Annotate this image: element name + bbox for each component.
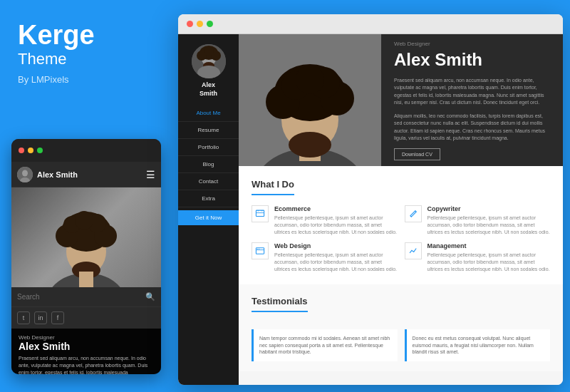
mobile-preview: Alex Smith ☰ 🔍 t in f	[11, 139, 161, 374]
service-webdesign-desc: Pellentesque pellentesque, ipsum sit ame…	[274, 252, 398, 272]
svg-point-35	[259, 249, 259, 249]
site-main-content: Web Designer Alex Smith Praesent sed ali…	[239, 34, 563, 385]
search-icon: 🔍	[145, 292, 155, 301]
site-sidebar: AlexSmith About Me Resume Portfolio Blog…	[178, 34, 239, 385]
download-cv-button[interactable]: Download CV	[394, 148, 440, 160]
hero-name: Alex Smith	[394, 50, 550, 70]
svg-point-18	[204, 46, 214, 56]
service-management-name: Management	[428, 242, 551, 249]
ecommerce-icon	[252, 205, 269, 222]
service-copywriter-content: Copywriter Pellentesque pellentesque, ip…	[428, 205, 551, 235]
site-layout: AlexSmith About Me Resume Portfolio Blog…	[178, 34, 563, 385]
person-illustration	[11, 187, 161, 287]
service-copywriter-desc: Pellentesque pellentesque, ipsum sit ame…	[428, 215, 551, 235]
testimonials-section: Testimonials Nam tempor commodo mi id so…	[239, 284, 563, 371]
desktop-mockup: AlexSmith About Me Resume Portfolio Blog…	[178, 14, 563, 385]
service-ecommerce-desc: Pellentesque pellentesque, ipsum sit ame…	[274, 215, 398, 235]
service-webdesign-content: Web Design Pellentesque pellentesque, ip…	[274, 242, 398, 272]
brand-by: By LMPixels	[18, 74, 159, 85]
hero-section: Web Designer Alex Smith Praesent sed ali…	[239, 34, 563, 166]
service-ecommerce-content: Ecommerce Pellentesque pellentesque, ips…	[274, 205, 398, 235]
mobile-description: Praesent sed aliquam arcu, non accumsan …	[19, 355, 154, 374]
service-copywriter: Copywriter Pellentesque pellentesque, ip…	[405, 205, 551, 235]
twitter-icon[interactable]: t	[17, 311, 30, 324]
mobile-social-bar: t in f	[11, 307, 161, 329]
hero-role: Web Designer	[394, 41, 550, 47]
testimonials-title: Testimonials	[252, 296, 308, 312]
sidebar-avatar	[192, 44, 226, 78]
service-ecommerce: Ecommerce Pellentesque pellentesque, ips…	[252, 205, 398, 235]
mobile-person-name: Alex Smith	[19, 341, 154, 352]
sidebar-item-extra[interactable]: Extra	[178, 190, 239, 207]
svg-rect-12	[79, 272, 93, 287]
service-management: Management Pellentesque pellentesque, ip…	[405, 242, 551, 272]
testimonial-1-text: Nam tempor commodo mi id sodales. Aenean…	[259, 335, 392, 356]
sidebar-item-portfolio[interactable]: Portfolio	[178, 139, 239, 156]
browser-bar	[178, 14, 563, 34]
mobile-bottom-info: Web Designer Alex Smith Praesent sed ali…	[11, 329, 161, 374]
hero-description-2: Aliquam mollis, leo nec commodo facilisi…	[394, 113, 550, 143]
sidebar-name: AlexSmith	[200, 81, 217, 98]
dot-red	[19, 148, 24, 153]
mobile-search-bar: 🔍	[11, 287, 161, 307]
mobile-nav-name: Alex Smith	[37, 170, 146, 179]
sidebar-item-blog[interactable]: Blog	[178, 156, 239, 173]
sidebar-item-resume[interactable]: Resume	[178, 122, 239, 139]
testimonial-2-text: Donec eu est metus consequat volutpat. N…	[413, 335, 545, 356]
brand-subtitle: Theme	[18, 50, 159, 68]
testimonial-2: Donec eu est metus consequat volutpat. N…	[405, 329, 551, 361]
svg-point-10	[75, 211, 93, 229]
service-webdesign: Web Design Pellentesque pellentesque, ip…	[252, 242, 398, 272]
facebook-icon[interactable]: f	[51, 311, 64, 324]
dot-yellow	[28, 148, 33, 153]
browser-dot-yellow	[197, 21, 203, 27]
service-management-content: Management Pellentesque pellentesque, ip…	[428, 242, 551, 272]
service-copywriter-name: Copywriter	[428, 205, 551, 212]
testimonial-1: Nam tempor commodo mi id sodales. Aenean…	[252, 329, 398, 361]
sidebar-item-about[interactable]: About Me	[178, 105, 239, 122]
service-management-desc: Pellentesque pellentesque, ipsum sit ame…	[428, 252, 551, 272]
mobile-browser-bar	[11, 139, 161, 162]
services-grid: Ecommerce Pellentesque pellentesque, ips…	[252, 205, 550, 273]
what-i-do-title: What I Do	[252, 179, 294, 195]
mobile-avatar-small	[17, 167, 33, 182]
svg-point-31	[289, 132, 331, 158]
svg-point-1	[22, 170, 28, 176]
browser-dot-green	[207, 21, 213, 27]
mobile-nav-bar: Alex Smith ☰	[11, 162, 161, 187]
hero-info: Web Designer Alex Smith Praesent sed ali…	[381, 34, 563, 166]
sidebar-nav: About Me Resume Portfolio Blog Contact E…	[178, 105, 239, 207]
get-it-now-button[interactable]: Get it Now	[178, 210, 239, 225]
mobile-search-input[interactable]	[17, 293, 145, 301]
service-ecommerce-name: Ecommerce	[274, 205, 398, 212]
management-icon	[405, 242, 422, 259]
webdesign-icon	[252, 242, 269, 259]
hero-photo	[239, 34, 381, 166]
what-i-do-section: What I Do Ecommerce Pellentesque pellent…	[239, 166, 563, 284]
svg-rect-32	[256, 210, 264, 216]
brand-title: Kerge	[18, 21, 159, 48]
svg-point-34	[257, 249, 258, 249]
sidebar-item-contact[interactable]: Contact	[178, 173, 239, 190]
browser-dot-red	[187, 21, 193, 27]
service-webdesign-name: Web Design	[274, 242, 398, 249]
mobile-role-label: Web Designer	[19, 334, 154, 341]
linkedin-icon[interactable]: in	[34, 311, 47, 324]
hamburger-icon[interactable]: ☰	[146, 169, 155, 180]
mobile-photo-area	[11, 187, 161, 287]
dot-green	[37, 148, 43, 153]
copywriter-icon	[405, 205, 422, 222]
hero-description-1: Praesent sed aliquam arcu, non accumsan …	[394, 77, 550, 107]
svg-point-30	[296, 66, 324, 94]
testimonials-grid: Nam tempor commodo mi id sodales. Aenean…	[252, 329, 550, 361]
